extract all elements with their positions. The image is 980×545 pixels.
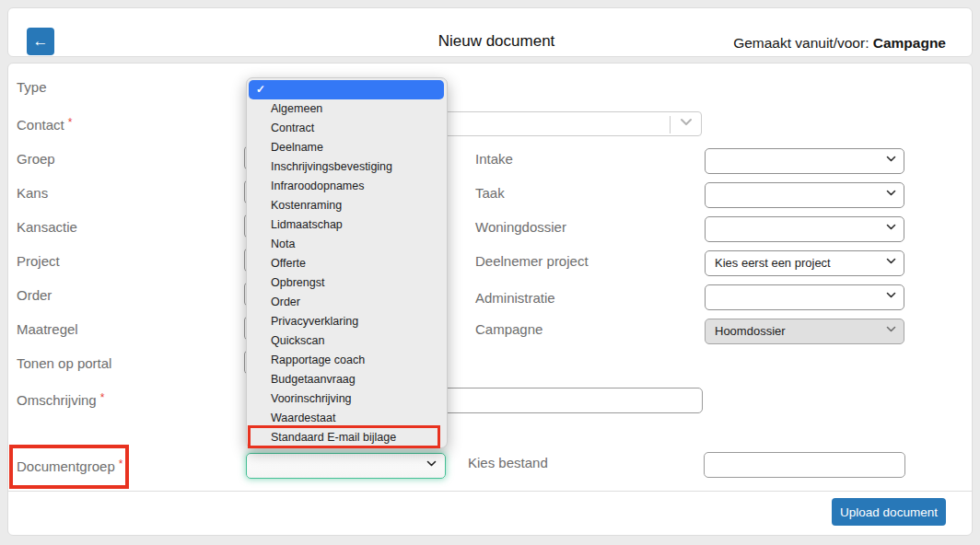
combobox-divider [670,116,671,133]
chevron-down-icon [886,258,896,264]
chevron-down-icon [886,224,896,230]
required-asterisk: * [68,117,73,128]
field-label-contact: Contact* [17,117,72,133]
chevron-down-icon [886,190,896,196]
chevron-down-icon [886,326,896,332]
field-label-taak: Taak [475,185,505,201]
field-label-order: Order [17,287,52,303]
dropdown-item[interactable]: Contract [246,119,448,138]
back-arrow-icon: ← [33,32,49,50]
dropdown-item[interactable]: Lidmaatschap [246,215,448,235]
documentgroep-select[interactable] [246,453,446,479]
field-label-intake: Intake [475,151,513,167]
dropdown-item[interactable]: Waardestaat [246,409,448,428]
dropdown-item[interactable]: Order [246,293,448,312]
taak-select[interactable] [705,182,904,208]
field-label-kans: Kans [17,185,48,201]
upload-document-button[interactable]: Upload document [832,498,946,526]
field-label-documentgroep: Documentgroep* [17,458,122,474]
required-asterisk: * [100,392,105,403]
dropdown-item-selected[interactable]: ✓ [249,80,444,99]
field-label-tonen-op-portal: Tonen op portal [17,355,111,371]
dropdown-item[interactable]: Kostenraming [246,196,448,215]
back-button[interactable]: ← [27,28,54,55]
dropdown-item[interactable]: Privacyverklaring [246,312,448,331]
dropdown-item[interactable]: Offerte [246,254,448,273]
dropdown-item[interactable]: Infraroodopnames [246,177,448,196]
campagne-select: Hoomdossier [705,319,904,344]
administratie-select[interactable] [705,284,904,310]
dropdown-item[interactable]: Rapportage coach [246,351,448,370]
dropdown-item[interactable]: Inschrijvingsbevestiging [246,157,448,177]
chevron-down-icon [886,156,896,162]
dropdown-item[interactable]: Budgetaanvraag [246,370,448,389]
page: ← Nieuw document Gemaakt vanuit/voor: Ca… [0,0,980,545]
page-title: Nieuw document [438,32,555,51]
file-input[interactable] [704,452,905,478]
field-label-type: Type [17,79,47,95]
dropdown-item[interactable]: Opbrengst [246,273,448,293]
context-value: Campagne [873,35,946,51]
chevron-down-icon [680,118,693,126]
dropdown-item[interactable]: Deelname [246,138,448,157]
checkmark-icon: ✓ [256,80,265,99]
file-label: Kies bestand [468,455,548,470]
woningdossier-select[interactable] [705,216,904,242]
field-label-deelnemer-project: Deelnemer project [475,253,589,269]
dropdown-item[interactable]: Algemeen [246,99,448,119]
dropdown-item[interactable]: Nota [246,235,448,254]
dropdown-item[interactable]: Voorinschrijving [246,389,448,409]
field-label-omschrijving: Omschrijving* [17,392,104,408]
field-label-administratie: Administratie [475,290,555,306]
context-info: Gemaakt vanuit/voor: Campagne [733,35,946,52]
field-label-maatregel: Maatregel [17,321,78,337]
header-bar: ← Nieuw document Gemaakt vanuit/voor: Ca… [7,7,973,57]
context-caption: Gemaakt vanuit/voor: [733,35,873,51]
intake-select[interactable] [705,148,904,174]
field-label-project: Project [17,253,60,269]
field-label-groep: Groep [17,151,55,167]
field-label-campagne: Campagne [475,321,542,337]
dropdown-item[interactable]: Standaard E-mail bijlage [246,428,448,447]
chevron-down-icon [886,292,896,298]
required-asterisk: * [119,458,123,470]
chevron-down-icon [426,460,437,467]
footer-divider [8,491,972,492]
field-label-woningdossier: Woningdossier [475,219,566,235]
deelnemer-project-select[interactable]: Kies eerst een project [705,250,904,276]
dropdown-item[interactable]: Quickscan [246,331,448,351]
field-label-kansactie: Kansactie [17,219,77,235]
